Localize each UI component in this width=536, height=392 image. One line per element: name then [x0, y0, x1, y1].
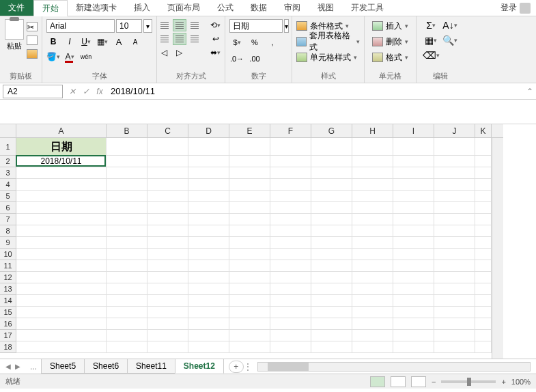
- cell[interactable]: [147, 156, 188, 167]
- cell[interactable]: [229, 260, 270, 272]
- cell[interactable]: [311, 249, 352, 260]
- cell[interactable]: [393, 191, 434, 202]
- view-normal-icon[interactable]: [370, 376, 385, 387]
- row-header-5[interactable]: 5: [0, 191, 16, 202]
- select-all-corner[interactable]: [0, 124, 16, 138]
- view-break-icon[interactable]: [411, 376, 426, 387]
- cell[interactable]: [475, 237, 492, 249]
- cell[interactable]: [270, 237, 311, 249]
- cell[interactable]: [434, 249, 475, 260]
- cell[interactable]: [434, 202, 475, 214]
- col-header-A[interactable]: A: [16, 124, 107, 138]
- cell[interactable]: [434, 156, 475, 167]
- cell[interactable]: [229, 318, 270, 330]
- tab-formula[interactable]: 公式: [209, 0, 242, 16]
- cell[interactable]: [147, 237, 188, 249]
- cell[interactable]: [188, 191, 229, 202]
- cell[interactable]: [270, 318, 311, 330]
- cell[interactable]: [188, 156, 229, 167]
- cell[interactable]: [188, 295, 229, 307]
- col-header-D[interactable]: D: [188, 124, 229, 138]
- table-format-button[interactable]: 套用表格格式▾: [296, 35, 360, 48]
- cell[interactable]: [188, 260, 229, 272]
- cell[interactable]: [107, 249, 147, 260]
- cell[interactable]: [352, 330, 393, 341]
- cell[interactable]: [147, 341, 188, 353]
- cell[interactable]: [16, 214, 107, 225]
- cell[interactable]: [475, 249, 492, 260]
- cell[interactable]: [229, 341, 270, 353]
- cell[interactable]: [16, 249, 107, 260]
- paste-label[interactable]: 粘贴: [7, 41, 22, 51]
- cell[interactable]: [107, 272, 147, 283]
- phonetic-button[interactable]: wén: [79, 51, 93, 63]
- sheet-tab-6[interactable]: Sheet6: [84, 359, 128, 374]
- cell[interactable]: [311, 260, 352, 272]
- cell[interactable]: [16, 179, 107, 191]
- cell[interactable]: [434, 167, 475, 179]
- tab-view[interactable]: 视图: [309, 0, 343, 16]
- align-bottom-icon[interactable]: [188, 19, 201, 31]
- cell[interactable]: [434, 237, 475, 249]
- cell[interactable]: [434, 283, 475, 295]
- increase-decimal-icon[interactable]: .0→: [229, 52, 244, 66]
- cell[interactable]: [352, 295, 393, 307]
- cell[interactable]: [270, 191, 311, 202]
- cut-icon[interactable]: ✂: [27, 22, 38, 31]
- cell[interactable]: [475, 167, 492, 179]
- cell[interactable]: [393, 272, 434, 283]
- cell[interactable]: [352, 307, 393, 318]
- row-header-15[interactable]: 15: [0, 307, 16, 318]
- cell-style-button[interactable]: 单元格样式▾: [296, 51, 360, 64]
- cell[interactable]: [270, 202, 311, 214]
- cell[interactable]: [188, 138, 229, 156]
- cell[interactable]: [188, 330, 229, 341]
- format-painter-icon[interactable]: [27, 49, 38, 59]
- cell[interactable]: [16, 260, 107, 272]
- row-header-14[interactable]: 14: [0, 295, 16, 307]
- cell[interactable]: [311, 191, 352, 202]
- cell[interactable]: [393, 225, 434, 237]
- cell[interactable]: [188, 318, 229, 330]
- cell[interactable]: [475, 295, 492, 307]
- cell[interactable]: [434, 214, 475, 225]
- fill-button[interactable]: ▦▾: [423, 34, 438, 46]
- increase-indent-icon[interactable]: ▷: [173, 46, 186, 59]
- cell[interactable]: [311, 179, 352, 191]
- sheet-tab-11[interactable]: Sheet11: [127, 359, 175, 374]
- cell[interactable]: [107, 191, 147, 202]
- cell[interactable]: [352, 202, 393, 214]
- cell[interactable]: [229, 179, 270, 191]
- col-header-C[interactable]: C: [147, 124, 188, 138]
- cell[interactable]: [434, 272, 475, 283]
- col-header-B[interactable]: B: [107, 124, 147, 138]
- copy-icon[interactable]: [27, 36, 38, 45]
- cell[interactable]: [229, 138, 270, 156]
- cell[interactable]: [270, 295, 311, 307]
- cell[interactable]: [147, 138, 188, 156]
- cell[interactable]: [311, 307, 352, 318]
- decrease-font-icon[interactable]: A: [128, 36, 142, 48]
- fill-color-button[interactable]: 🪣▾: [46, 51, 60, 63]
- cell[interactable]: [107, 225, 147, 237]
- wrap-text-button[interactable]: ↩: [207, 33, 225, 45]
- vertical-scrollbar[interactable]: [492, 138, 503, 359]
- cell[interactable]: [434, 307, 475, 318]
- cell[interactable]: [270, 272, 311, 283]
- cell[interactable]: [188, 179, 229, 191]
- cell[interactable]: [393, 307, 434, 318]
- cell[interactable]: [188, 272, 229, 283]
- cell[interactable]: [311, 167, 352, 179]
- bold-button[interactable]: B: [46, 36, 60, 48]
- cell[interactable]: [393, 341, 434, 353]
- cell[interactable]: [352, 225, 393, 237]
- cell[interactable]: [475, 179, 492, 191]
- cell[interactable]: [229, 283, 270, 295]
- cell[interactable]: [188, 283, 229, 295]
- tab-new[interactable]: 新建选项卡: [68, 0, 126, 16]
- cell[interactable]: [393, 237, 434, 249]
- cell[interactable]: [393, 167, 434, 179]
- cell[interactable]: [229, 167, 270, 179]
- tab-insert[interactable]: 插入: [126, 0, 159, 16]
- row-header-7[interactable]: 7: [0, 214, 16, 225]
